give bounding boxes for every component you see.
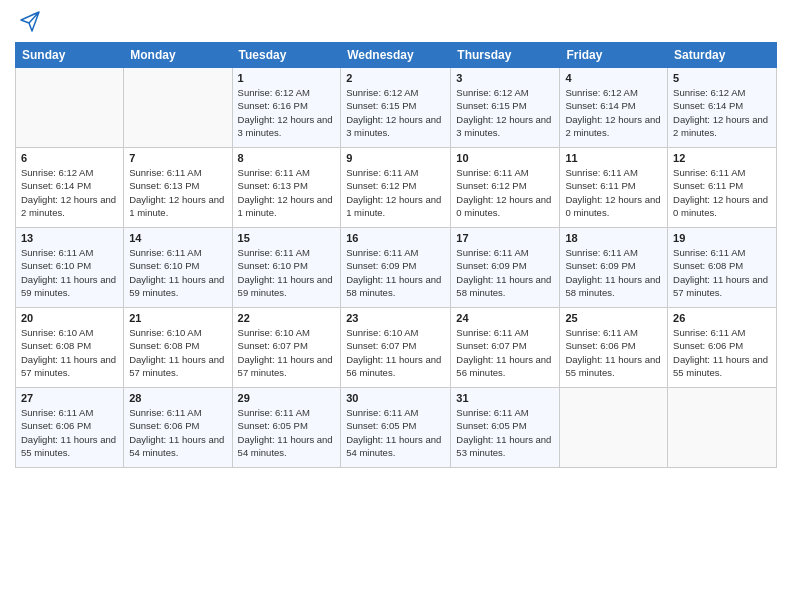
day-number: 3 xyxy=(456,72,554,84)
calendar-cell: 12Sunrise: 6:11 AM Sunset: 6:11 PM Dayli… xyxy=(668,148,777,228)
day-number: 5 xyxy=(673,72,771,84)
calendar-header-row: SundayMondayTuesdayWednesdayThursdayFrid… xyxy=(16,43,777,68)
day-number: 21 xyxy=(129,312,226,324)
calendar-day-header: Wednesday xyxy=(341,43,451,68)
day-info: Sunrise: 6:11 AM Sunset: 6:11 PM Dayligh… xyxy=(565,166,662,219)
day-info: Sunrise: 6:12 AM Sunset: 6:16 PM Dayligh… xyxy=(238,86,336,139)
calendar-week-row: 20Sunrise: 6:10 AM Sunset: 6:08 PM Dayli… xyxy=(16,308,777,388)
calendar-cell: 18Sunrise: 6:11 AM Sunset: 6:09 PM Dayli… xyxy=(560,228,668,308)
calendar-cell: 5Sunrise: 6:12 AM Sunset: 6:14 PM Daylig… xyxy=(668,68,777,148)
calendar-cell: 29Sunrise: 6:11 AM Sunset: 6:05 PM Dayli… xyxy=(232,388,341,468)
day-info: Sunrise: 6:11 AM Sunset: 6:07 PM Dayligh… xyxy=(456,326,554,379)
calendar-week-row: 1Sunrise: 6:12 AM Sunset: 6:16 PM Daylig… xyxy=(16,68,777,148)
day-number: 7 xyxy=(129,152,226,164)
day-info: Sunrise: 6:10 AM Sunset: 6:08 PM Dayligh… xyxy=(129,326,226,379)
day-info: Sunrise: 6:11 AM Sunset: 6:05 PM Dayligh… xyxy=(238,406,336,459)
calendar-cell: 4Sunrise: 6:12 AM Sunset: 6:14 PM Daylig… xyxy=(560,68,668,148)
calendar-cell: 19Sunrise: 6:11 AM Sunset: 6:08 PM Dayli… xyxy=(668,228,777,308)
calendar-cell xyxy=(668,388,777,468)
calendar-week-row: 6Sunrise: 6:12 AM Sunset: 6:14 PM Daylig… xyxy=(16,148,777,228)
day-info: Sunrise: 6:11 AM Sunset: 6:08 PM Dayligh… xyxy=(673,246,771,299)
page: SundayMondayTuesdayWednesdayThursdayFrid… xyxy=(0,0,792,612)
day-number: 8 xyxy=(238,152,336,164)
day-number: 25 xyxy=(565,312,662,324)
day-info: Sunrise: 6:12 AM Sunset: 6:14 PM Dayligh… xyxy=(565,86,662,139)
calendar-cell: 16Sunrise: 6:11 AM Sunset: 6:09 PM Dayli… xyxy=(341,228,451,308)
calendar-cell: 6Sunrise: 6:12 AM Sunset: 6:14 PM Daylig… xyxy=(16,148,124,228)
day-number: 24 xyxy=(456,312,554,324)
day-number: 10 xyxy=(456,152,554,164)
day-number: 28 xyxy=(129,392,226,404)
logo xyxy=(15,10,41,34)
day-info: Sunrise: 6:11 AM Sunset: 6:12 PM Dayligh… xyxy=(456,166,554,219)
calendar-cell: 15Sunrise: 6:11 AM Sunset: 6:10 PM Dayli… xyxy=(232,228,341,308)
day-number: 13 xyxy=(21,232,118,244)
calendar-cell: 11Sunrise: 6:11 AM Sunset: 6:11 PM Dayli… xyxy=(560,148,668,228)
day-info: Sunrise: 6:11 AM Sunset: 6:12 PM Dayligh… xyxy=(346,166,445,219)
day-number: 17 xyxy=(456,232,554,244)
calendar-cell: 2Sunrise: 6:12 AM Sunset: 6:15 PM Daylig… xyxy=(341,68,451,148)
day-info: Sunrise: 6:11 AM Sunset: 6:05 PM Dayligh… xyxy=(346,406,445,459)
day-info: Sunrise: 6:11 AM Sunset: 6:06 PM Dayligh… xyxy=(129,406,226,459)
calendar-cell: 7Sunrise: 6:11 AM Sunset: 6:13 PM Daylig… xyxy=(124,148,232,228)
calendar-cell: 20Sunrise: 6:10 AM Sunset: 6:08 PM Dayli… xyxy=(16,308,124,388)
day-info: Sunrise: 6:12 AM Sunset: 6:15 PM Dayligh… xyxy=(456,86,554,139)
header xyxy=(15,10,777,34)
day-number: 14 xyxy=(129,232,226,244)
calendar-cell: 24Sunrise: 6:11 AM Sunset: 6:07 PM Dayli… xyxy=(451,308,560,388)
day-info: Sunrise: 6:11 AM Sunset: 6:09 PM Dayligh… xyxy=(456,246,554,299)
day-info: Sunrise: 6:11 AM Sunset: 6:06 PM Dayligh… xyxy=(21,406,118,459)
day-number: 2 xyxy=(346,72,445,84)
day-number: 19 xyxy=(673,232,771,244)
day-number: 15 xyxy=(238,232,336,244)
day-info: Sunrise: 6:11 AM Sunset: 6:11 PM Dayligh… xyxy=(673,166,771,219)
calendar-cell: 31Sunrise: 6:11 AM Sunset: 6:05 PM Dayli… xyxy=(451,388,560,468)
day-info: Sunrise: 6:11 AM Sunset: 6:09 PM Dayligh… xyxy=(346,246,445,299)
calendar-day-header: Friday xyxy=(560,43,668,68)
day-info: Sunrise: 6:11 AM Sunset: 6:10 PM Dayligh… xyxy=(129,246,226,299)
calendar-cell: 1Sunrise: 6:12 AM Sunset: 6:16 PM Daylig… xyxy=(232,68,341,148)
day-info: Sunrise: 6:10 AM Sunset: 6:08 PM Dayligh… xyxy=(21,326,118,379)
calendar-week-row: 13Sunrise: 6:11 AM Sunset: 6:10 PM Dayli… xyxy=(16,228,777,308)
calendar-day-header: Thursday xyxy=(451,43,560,68)
calendar-cell: 27Sunrise: 6:11 AM Sunset: 6:06 PM Dayli… xyxy=(16,388,124,468)
logo-bird-icon xyxy=(17,10,41,34)
calendar-week-row: 27Sunrise: 6:11 AM Sunset: 6:06 PM Dayli… xyxy=(16,388,777,468)
day-info: Sunrise: 6:10 AM Sunset: 6:07 PM Dayligh… xyxy=(238,326,336,379)
calendar-cell: 13Sunrise: 6:11 AM Sunset: 6:10 PM Dayli… xyxy=(16,228,124,308)
day-number: 6 xyxy=(21,152,118,164)
calendar-day-header: Saturday xyxy=(668,43,777,68)
day-number: 1 xyxy=(238,72,336,84)
day-info: Sunrise: 6:11 AM Sunset: 6:13 PM Dayligh… xyxy=(129,166,226,219)
calendar-cell: 30Sunrise: 6:11 AM Sunset: 6:05 PM Dayli… xyxy=(341,388,451,468)
calendar-cell: 21Sunrise: 6:10 AM Sunset: 6:08 PM Dayli… xyxy=(124,308,232,388)
day-number: 30 xyxy=(346,392,445,404)
day-number: 16 xyxy=(346,232,445,244)
day-number: 20 xyxy=(21,312,118,324)
calendar-cell: 9Sunrise: 6:11 AM Sunset: 6:12 PM Daylig… xyxy=(341,148,451,228)
calendar-cell: 22Sunrise: 6:10 AM Sunset: 6:07 PM Dayli… xyxy=(232,308,341,388)
day-number: 4 xyxy=(565,72,662,84)
calendar-cell: 25Sunrise: 6:11 AM Sunset: 6:06 PM Dayli… xyxy=(560,308,668,388)
day-number: 26 xyxy=(673,312,771,324)
calendar-table: SundayMondayTuesdayWednesdayThursdayFrid… xyxy=(15,42,777,468)
day-number: 31 xyxy=(456,392,554,404)
calendar-cell: 17Sunrise: 6:11 AM Sunset: 6:09 PM Dayli… xyxy=(451,228,560,308)
day-info: Sunrise: 6:11 AM Sunset: 6:09 PM Dayligh… xyxy=(565,246,662,299)
day-info: Sunrise: 6:12 AM Sunset: 6:15 PM Dayligh… xyxy=(346,86,445,139)
calendar-cell: 3Sunrise: 6:12 AM Sunset: 6:15 PM Daylig… xyxy=(451,68,560,148)
calendar-cell: 26Sunrise: 6:11 AM Sunset: 6:06 PM Dayli… xyxy=(668,308,777,388)
day-info: Sunrise: 6:10 AM Sunset: 6:07 PM Dayligh… xyxy=(346,326,445,379)
calendar-cell xyxy=(124,68,232,148)
calendar-day-header: Monday xyxy=(124,43,232,68)
day-number: 11 xyxy=(565,152,662,164)
day-info: Sunrise: 6:12 AM Sunset: 6:14 PM Dayligh… xyxy=(21,166,118,219)
calendar-cell: 28Sunrise: 6:11 AM Sunset: 6:06 PM Dayli… xyxy=(124,388,232,468)
day-info: Sunrise: 6:11 AM Sunset: 6:06 PM Dayligh… xyxy=(673,326,771,379)
calendar-day-header: Sunday xyxy=(16,43,124,68)
day-info: Sunrise: 6:11 AM Sunset: 6:05 PM Dayligh… xyxy=(456,406,554,459)
day-number: 18 xyxy=(565,232,662,244)
day-number: 23 xyxy=(346,312,445,324)
calendar-cell: 10Sunrise: 6:11 AM Sunset: 6:12 PM Dayli… xyxy=(451,148,560,228)
calendar-cell: 23Sunrise: 6:10 AM Sunset: 6:07 PM Dayli… xyxy=(341,308,451,388)
